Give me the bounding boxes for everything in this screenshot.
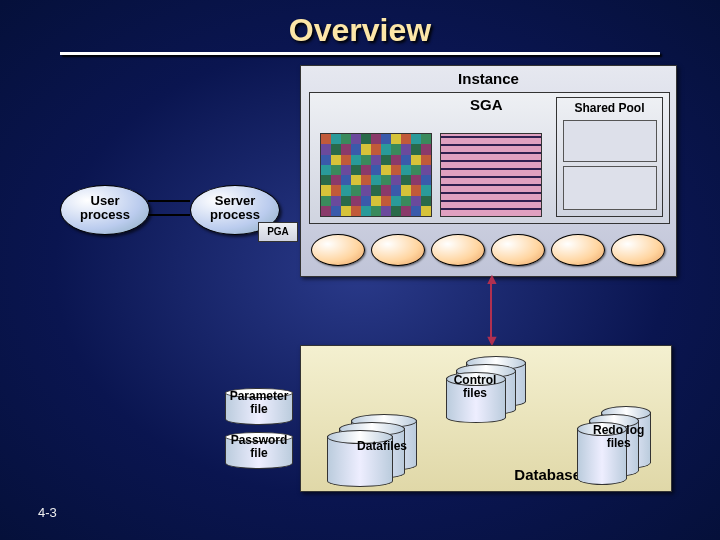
- bg-process-1: [311, 234, 365, 266]
- redo-log-buffer-box: [440, 133, 542, 217]
- bg-process-5: [551, 234, 605, 266]
- sga-box: SGA Shared Pool: [309, 92, 670, 224]
- database-label: Database: [514, 466, 581, 483]
- control-file-cyl-3: Control files: [446, 372, 504, 416]
- sga-label: SGA: [470, 96, 503, 113]
- title-underline: [60, 52, 660, 55]
- bg-process-3: [431, 234, 485, 266]
- datafile-cyl-3: [327, 430, 391, 480]
- pga-box: PGA: [258, 222, 298, 242]
- password-file-label: Password file: [223, 434, 295, 460]
- user-process-label: User process: [61, 186, 149, 223]
- instance-box: Instance SGA Shared Pool: [300, 65, 677, 277]
- datafiles-label: Datafiles: [357, 440, 407, 453]
- instance-label: Instance: [301, 70, 676, 87]
- redo-log-files-label: Redo log files: [593, 424, 644, 450]
- library-cache-box: [563, 120, 657, 162]
- bg-process-6: [611, 234, 665, 266]
- server-user-arrow: [148, 214, 190, 216]
- parameter-file-label: Parameter file: [223, 390, 295, 416]
- buffer-cache-grid: [320, 133, 432, 217]
- bg-process-2: [371, 234, 425, 266]
- user-process-oval: User process: [60, 185, 150, 235]
- database-box: Database Control files Datafiles Redo lo…: [300, 345, 672, 492]
- server-process-label: Server process: [191, 186, 279, 223]
- bg-process-4: [491, 234, 545, 266]
- user-server-arrow: [148, 200, 190, 202]
- data-dict-cache-box: [563, 166, 657, 210]
- shared-pool-label: Shared Pool: [557, 101, 662, 115]
- up-arrow-icon: ▲: [484, 270, 500, 288]
- control-files-label: Control files: [446, 374, 504, 400]
- slide-title: Overview: [0, 12, 720, 49]
- shared-pool-box: Shared Pool: [556, 97, 663, 217]
- page-number: 4-3: [38, 505, 57, 520]
